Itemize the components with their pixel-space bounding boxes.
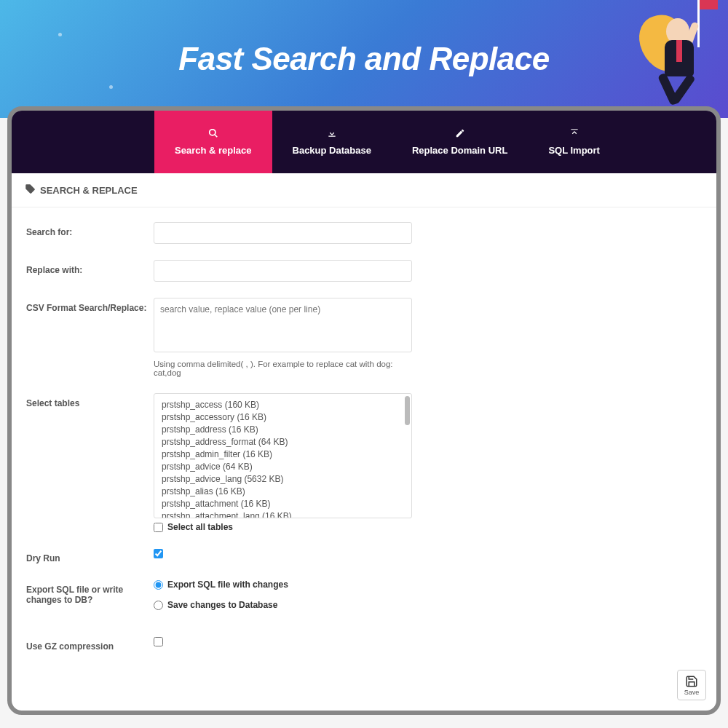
tags-icon [25,183,36,197]
dry-run-checkbox[interactable] [154,549,163,558]
csv-label: CSV Format Search/Replace: [26,298,154,313]
list-item[interactable]: prstshp_attachment (16 KB) [162,497,404,510]
csv-textarea[interactable] [154,298,412,352]
list-item[interactable]: prstshp_attachment_lang (16 KB) [162,510,404,518]
list-item[interactable]: prstshp_address (16 KB) [162,423,404,435]
list-item[interactable]: prstshp_advice (64 KB) [162,460,404,472]
app-panel: Search & replace Backup Database Replace… [7,106,721,715]
tab-replace-domain[interactable]: Replace Domain URL [392,111,528,173]
svg-point-0 [210,130,215,135]
section-title-text: SEARCH & REPLACE [40,185,138,196]
list-item[interactable]: prstshp_alias (16 KB) [162,485,404,497]
tab-label: SQL Import [548,145,600,156]
form-area: Search for: Replace with: CSV Format Sea… [12,207,716,682]
search-icon [208,128,218,141]
search-for-label: Search for: [26,222,154,237]
radio-save-label: Save changes to Database [167,600,277,610]
csv-help-text: Using comma delimited( , ). For example … [154,360,412,377]
tab-label: Search & replace [175,145,252,156]
tab-backup-database[interactable]: Backup Database [272,111,392,173]
tab-label: Replace Domain URL [412,145,507,156]
radio-save-db[interactable] [154,601,163,610]
select-all-label: Select all tables [167,522,233,532]
svg-line-1 [215,135,218,138]
list-item[interactable]: prstshp_admin_filter (16 KB) [162,448,404,460]
save-icon [685,675,698,688]
character-illustration [633,0,721,116]
save-button[interactable]: Save [677,670,706,700]
list-item[interactable]: prstshp_advice_lang (5632 KB) [162,472,404,485]
dry-run-label: Dry Run [26,548,154,563]
edit-icon [455,128,465,141]
list-item[interactable]: prstshp_accessory (16 KB) [162,411,404,423]
tab-sql-import[interactable]: SQL Import [528,111,620,173]
gz-label: Use GZ compression [26,636,154,652]
hero-banner: Fast Search and Replace [0,0,728,118]
list-item[interactable]: prstshp_access (160 KB) [162,398,404,411]
select-tables-label: Select tables [26,393,154,408]
download-icon [327,128,337,141]
section-header: SEARCH & REPLACE [12,173,716,207]
gz-checkbox[interactable] [154,637,163,646]
save-button-label: Save [684,689,700,696]
tab-label: Backup Database [293,145,371,156]
replace-with-input[interactable] [154,260,412,282]
replace-with-label: Replace with: [26,260,154,275]
tables-listbox[interactable]: prstshp_access (160 KB)prstshp_accessory… [154,393,412,518]
tab-bar: Search & replace Backup Database Replace… [12,111,716,173]
search-for-input[interactable] [154,222,412,244]
upload-icon [569,128,579,141]
export-label: Export SQL file or write changes to DB? [26,579,154,605]
hero-title: Fast Search and Replace [178,41,549,77]
select-all-checkbox[interactable] [154,523,163,532]
tab-search-replace[interactable]: Search & replace [154,111,272,173]
radio-export-sql[interactable] [154,580,163,590]
scrollbar[interactable] [405,396,410,425]
list-item[interactable]: prstshp_address_format (64 KB) [162,435,404,448]
radio-export-label: Export SQL file with changes [167,579,288,590]
